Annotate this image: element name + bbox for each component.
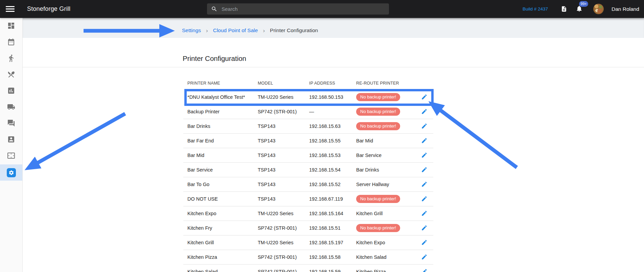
cell-model: TSP143 [258, 153, 309, 158]
edit-printer-pencil-icon[interactable] [421, 108, 428, 115]
breadcrumb: Settings›Cloud Point of Sale›Printer Con… [182, 27, 318, 33]
header-divider [23, 67, 644, 67]
cell-printer-name: Bar Far End [183, 138, 258, 143]
cell-printer-name: Backup Printer [183, 109, 258, 114]
sidebar-item-bar-chart[interactable] [0, 83, 22, 99]
release-notes-document-icon[interactable] [561, 5, 567, 14]
edit-printer-pencil-icon[interactable] [421, 268, 428, 272]
edit-printer-pencil-icon[interactable] [421, 239, 428, 246]
sidebar-item-chat[interactable] [0, 116, 22, 132]
cell-edit [415, 254, 433, 260]
edit-printer-pencil-icon[interactable] [421, 210, 428, 217]
hamburger-menu-icon[interactable] [6, 5, 15, 13]
table-row: Kitchen SaladSP742 (STR-001)192.168.15.5… [183, 265, 433, 272]
cell-printer-name: Kitchen Grill [183, 240, 258, 245]
cell-reroute-printer: No backup printer! [356, 224, 415, 232]
edit-printer-pencil-icon[interactable] [421, 123, 428, 130]
sidebar-item-account-box[interactable] [0, 132, 22, 148]
cell-model: SP742 (STR-001) [258, 254, 309, 260]
build-number-link[interactable]: Build # 2437 [523, 0, 548, 18]
cell-model: TSP143 [258, 138, 309, 143]
chat-icon [7, 119, 15, 129]
search-input[interactable] [222, 6, 385, 12]
cell-ip-address: 192.168.15.59 [309, 269, 356, 272]
edit-printer-pencil-icon[interactable] [421, 166, 428, 173]
cell-printer-name: Bar To Go [183, 182, 258, 187]
cell-printer-name: DO NOT USE [183, 196, 258, 202]
user-avatar[interactable] [593, 4, 604, 14]
cell-ip-address: 192.168.15.55 [309, 138, 356, 143]
table-row: Backup PrinterSP742 (STR-001)—No backup … [183, 105, 433, 119]
cell-ip-address: 192.168.15.58 [309, 254, 356, 260]
cell-reroute-printer: Kitchen Pizza [356, 269, 415, 272]
edit-printer-pencil-icon[interactable] [421, 152, 428, 159]
edit-printer-pencil-icon[interactable] [421, 137, 428, 144]
edit-printer-pencil-icon[interactable] [421, 225, 428, 231]
cell-printer-name: Kitchen Salad [183, 269, 258, 272]
cell-reroute-printer: Bar Mid [356, 138, 415, 143]
cell-reroute-printer: Server Hallway [356, 182, 415, 187]
cell-reroute-printer: Bar Service [356, 153, 415, 158]
cell-reroute-printer: No backup printer! [356, 195, 415, 203]
cell-printer-name: Bar Mid [183, 153, 258, 158]
edit-printer-pencil-icon[interactable] [421, 254, 428, 260]
table-row: Bar MidTSP143192.168.15.53Bar Service [183, 148, 433, 163]
sidebar-item-calendar[interactable] [0, 35, 22, 51]
table-row: Kitchen FrySP742 (STR-001)192.168.15.51N… [183, 221, 433, 235]
sidebar-item-restaurant-utensils[interactable] [0, 67, 22, 83]
search-icon [211, 6, 217, 12]
cell-ip-address: 192.168.50.153 [309, 94, 356, 100]
delivery-truck-icon [7, 103, 15, 112]
cell-edit [415, 210, 433, 217]
column-header-reroute-printer: RE-ROUTE PRINTER [356, 81, 415, 86]
cell-reroute-printer: Bar Drinks [356, 167, 415, 173]
table-row: Bar To GoTSP143192.168.15.52Server Hallw… [183, 177, 433, 192]
cell-reroute-printer: Kitchen Salad [356, 254, 415, 260]
sidebar-item-dashboard[interactable] [0, 18, 22, 35]
cell-ip-address: 192.168.15.52 [309, 182, 356, 187]
sidebar-item-display-overscan[interactable] [0, 148, 22, 164]
account-box-icon [7, 135, 15, 145]
cell-model: TSP143 [258, 196, 309, 202]
breadcrumb-cloud-point-of-sale[interactable]: Cloud Point of Sale [213, 27, 258, 33]
sidebar-item-walking-person[interactable] [0, 51, 22, 67]
app-title: Stoneforge Grill [27, 0, 70, 18]
cell-ip-address: 192.168.15.53 [309, 153, 356, 158]
display-overscan-icon [7, 152, 15, 161]
printer-table: PRINTER NAME MODEL IP ADDRESS RE-ROUTE P… [183, 76, 433, 272]
cell-ip-address: 192.168.15.51 [309, 225, 356, 231]
cell-printer-name: Bar Service [183, 167, 258, 173]
page-title: Printer Configuration [183, 54, 246, 63]
cell-edit [415, 196, 433, 202]
cell-model: TSP143 [258, 123, 309, 129]
calendar-icon [7, 38, 15, 47]
breadcrumb-printer-configuration: Printer Configuration [270, 27, 318, 33]
breadcrumb-settings[interactable]: Settings [182, 27, 201, 33]
cell-edit [415, 239, 433, 246]
search-bar[interactable] [207, 3, 389, 15]
cell-ip-address: 192.168.15.63 [309, 123, 356, 129]
table-row: Bar Far EndTSP143192.168.15.55Bar Mid [183, 134, 433, 148]
user-name[interactable]: Dan Roland [612, 0, 639, 18]
edit-printer-pencil-icon[interactable] [421, 94, 428, 100]
cell-reroute-printer: Kitchen Grill [356, 211, 415, 216]
table-row: Bar DrinksTSP143192.168.15.63No backup p… [183, 119, 433, 134]
cell-model: SP742 (STR-001) [258, 269, 309, 272]
cell-reroute-printer: No backup printer! [356, 122, 415, 130]
notification-count-badge: 99+ [579, 1, 588, 7]
walking-person-icon [7, 54, 15, 64]
no-backup-printer-badge: No backup printer! [356, 224, 400, 232]
cell-edit [415, 181, 433, 188]
edit-printer-pencil-icon[interactable] [421, 181, 428, 188]
cell-edit [415, 94, 433, 100]
edit-printer-pencil-icon[interactable] [421, 196, 428, 202]
breadcrumb-band: Settings›Cloud Point of Sale›Printer Con… [23, 18, 644, 38]
table-row: DO NOT USETSP143192.168.67.119No backup … [183, 192, 433, 206]
column-header-model: MODEL [258, 81, 309, 86]
sidebar-item-delivery-truck[interactable] [0, 99, 22, 116]
sidebar-item-settings-gear[interactable] [0, 164, 22, 181]
cell-printer-name: *DNU Katalyst Office Test* [183, 94, 258, 100]
cell-printer-name: Kitchen Pizza [183, 254, 258, 260]
no-backup-printer-badge: No backup printer! [356, 108, 400, 116]
cell-printer-name: Kitchen Expo [183, 211, 258, 216]
